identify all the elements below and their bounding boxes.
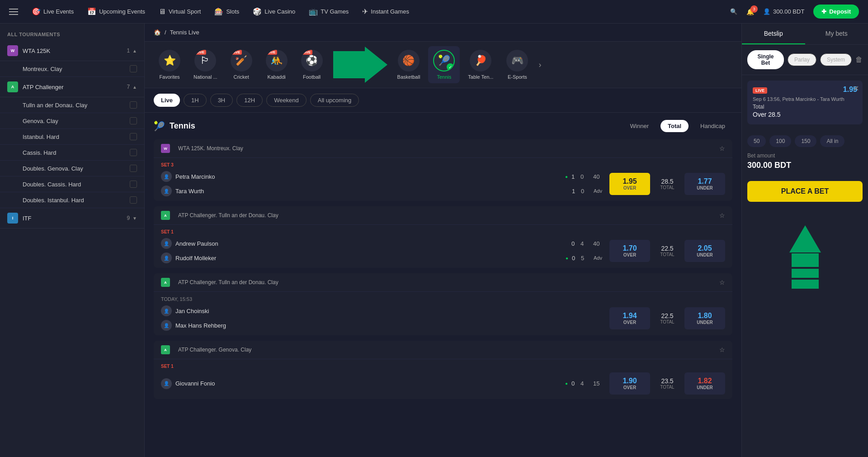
cat-tabletennis[interactable]: 🏓 Table Ten... — [463, 46, 498, 83]
tournament-checkbox[interactable] — [130, 65, 137, 72]
player-rudolf-avatar: 👤 — [161, 252, 172, 263]
bet-type-parlay[interactable]: Parlay — [788, 53, 816, 66]
odd-over-2[interactable]: 1.70 OVER — [609, 240, 650, 262]
chevron-up-icon: ▲ — [132, 48, 137, 53]
search-button[interactable]: 🔍 — [730, 8, 737, 15]
cat-esports[interactable]: 🎮 E-Sports — [501, 46, 533, 83]
match3-tournament-icon: A — [161, 278, 170, 287]
cat-favorites[interactable]: ⭐ Favorites — [154, 46, 185, 83]
time-filter-12h[interactable]: 12H — [236, 94, 263, 107]
col-total[interactable]: Total — [660, 120, 689, 132]
sub-doubles-cassis[interactable]: Doubles. Cassis. Hard — [0, 176, 144, 192]
tournament-checkbox[interactable] — [130, 101, 137, 109]
nav-instant-games[interactable]: ✈ Instant Games — [362, 7, 409, 16]
menu-button[interactable] — [9, 9, 18, 15]
chevron-down-icon: ▼ — [132, 216, 137, 221]
nav-live-events[interactable]: 🎯 Live Events — [32, 7, 74, 16]
cat-basketball[interactable]: 🏀 Basketball — [393, 46, 425, 83]
betslip-tab-mybets[interactable]: My bets — [805, 24, 868, 44]
odd-under-1[interactable]: 1.77 UNDER — [684, 173, 725, 195]
live-badge: LIVE — [266, 50, 278, 55]
sidebar: ALL TOURNAMENTS W WTA 125K 1 ▲ Montreux.… — [0, 24, 145, 457]
match3-odds: 1.94 OVER 22.5 TOTAL 1.80 UNDER — [609, 307, 725, 329]
user-account[interactable]: 👤 300.00 BDT — [763, 8, 804, 15]
favorite-star-2[interactable]: ☆ — [719, 212, 725, 219]
match4-body: SET 1 👤 Giovanni Fonio ● 0 4 15 — [154, 359, 732, 399]
col-winner[interactable]: Winner — [623, 120, 656, 132]
notification-button[interactable]: 🔔 3 — [746, 8, 754, 15]
nav-upcoming-events[interactable]: 📅 Upcoming Events — [87, 7, 145, 16]
nav-virtual-sport[interactable]: 🖥 Virtual Sport — [159, 8, 201, 16]
bet-type-system[interactable]: System — [820, 53, 852, 66]
nav-live-casino[interactable]: 🎲 Live Casino — [253, 7, 295, 16]
basketball-icon: 🏀 — [398, 50, 420, 71]
time-filter-1h[interactable]: 1H — [184, 94, 207, 107]
match4-tournament: A ATP Challenger. Genova. Clay ☆ — [154, 341, 732, 359]
col-handicap[interactable]: Handicap — [693, 120, 732, 132]
sub-genova[interactable]: Genova. Clay — [0, 113, 144, 129]
time-filter-all[interactable]: All upcoming — [310, 94, 359, 107]
match2-tournament-icon: A — [161, 211, 170, 220]
cat-cricket[interactable]: 🏏 LIVE Cricket — [226, 46, 257, 83]
sub-istanbul[interactable]: Istanbul. Hard — [0, 129, 144, 145]
tournament-atp-challenger[interactable]: A ATP Challenger 7 ▲ — [0, 77, 144, 97]
odd-over-1[interactable]: 1.95 OVER — [609, 173, 650, 195]
favorite-star-3[interactable]: ☆ — [719, 279, 725, 286]
quick-amt-allin[interactable]: All in — [820, 135, 844, 147]
match1-odds: 1.95 OVER 28.5 TOTAL 1.77 UNDER — [609, 173, 725, 195]
arrow-bar-3 — [792, 280, 819, 289]
home-icon[interactable]: 🏠 — [154, 29, 161, 36]
cat-kabaddi[interactable]: 🤼 LIVE Kabaddi — [261, 46, 292, 83]
odd-over-4[interactable]: 1.90 OVER — [609, 372, 650, 395]
sub-tulln[interactable]: Tulln an der Donau. Clay — [0, 97, 144, 113]
match2-tournament: A ATP Challenger. Tulln an der Donau. Cl… — [154, 206, 732, 225]
player-jan: 👤 Jan Choinski — [161, 305, 602, 316]
betslip-tab-betslip[interactable]: Betslip — [742, 24, 805, 44]
bet-type-single[interactable]: Single Bet — [747, 50, 784, 69]
favorite-star-4[interactable]: ☆ — [719, 346, 725, 353]
sub-doubles-genova[interactable]: Doubles. Genova. Clay — [0, 161, 144, 176]
quick-amt-50[interactable]: 50 — [747, 135, 766, 147]
tournament-wta125k[interactable]: W WTA 125K 1 ▲ — [0, 41, 144, 61]
green-arrow-right — [331, 47, 389, 83]
sub-montreux-clay[interactable]: Montreux. Clay — [0, 61, 144, 77]
nav-slots[interactable]: 🎰 Slots — [214, 7, 239, 16]
time-filter-live[interactable]: Live — [154, 94, 180, 107]
tournament-checkbox[interactable] — [130, 117, 137, 124]
odd-over-3[interactable]: 1.94 OVER — [609, 307, 650, 329]
sport-categories: ⭐ Favorites 🏳 LIVE National ... 🏏 LIVE C — [145, 42, 741, 88]
tournament-itf[interactable]: I ITF 9 ▼ — [0, 208, 144, 228]
tournament-checkbox[interactable] — [130, 181, 137, 188]
virtual-sport-icon: 🖥 — [159, 8, 166, 16]
quick-amt-100[interactable]: 100 — [769, 135, 791, 147]
match1-tournament: W WTA 125K. Montreux. Clay ☆ — [154, 139, 732, 158]
tournament-checkbox[interactable] — [130, 133, 137, 140]
cat-football[interactable]: ⚽ LIVE Football — [296, 46, 328, 83]
favorite-star-1[interactable]: ☆ — [719, 145, 725, 152]
close-bet-button[interactable]: ✕ — [853, 84, 859, 93]
scroll-right-button[interactable]: › — [538, 60, 541, 70]
odd-under-4[interactable]: 1.82 UNDER — [684, 372, 725, 395]
quick-amt-150[interactable]: 150 — [795, 135, 816, 147]
odd-under-2[interactable]: 2.05 UNDER — [684, 240, 725, 262]
breadcrumb-current: Tennis Live — [170, 29, 199, 36]
sport-categories-wrapper: ⭐ Favorites 🏳 LIVE National ... 🏏 LIVE C — [145, 42, 741, 88]
place-bet-button[interactable]: PLACE A BET — [747, 181, 863, 202]
tournament-checkbox[interactable] — [130, 149, 137, 156]
match3-body: TODAY, 15:53 👤 Jan Choinski 👤 Max Hans R… — [154, 292, 732, 335]
cat-national[interactable]: 🏳 LIVE National ... — [189, 46, 222, 83]
tennis-section: 🎾 Tennis Winner Total Handicap W WTA 125… — [145, 113, 741, 412]
clear-bets-button[interactable]: 🗑 — [855, 56, 863, 64]
sub-cassis[interactable]: Cassis. Hard — [0, 145, 144, 161]
sub-doubles-istanbul[interactable]: Doubles. Istanbul. Hard — [0, 192, 144, 208]
time-filter-3h[interactable]: 3H — [210, 94, 233, 107]
tournament-checkbox[interactable] — [130, 165, 137, 172]
time-filter-weekend[interactable]: Weekend — [266, 94, 307, 107]
tournament-checkbox[interactable] — [130, 196, 137, 204]
deposit-button[interactable]: ✚ Deposit — [813, 5, 859, 19]
cat-tennis[interactable]: 🎾 ✓ Tennis — [428, 46, 460, 83]
bet-type-tabs: Single Bet Parlay System 🗑 — [742, 45, 868, 75]
nav-tv-games[interactable]: 📺 TV Games — [309, 7, 349, 16]
odd-under-3[interactable]: 1.80 UNDER — [684, 307, 725, 329]
bet-live-badge: LIVE — [753, 87, 767, 94]
